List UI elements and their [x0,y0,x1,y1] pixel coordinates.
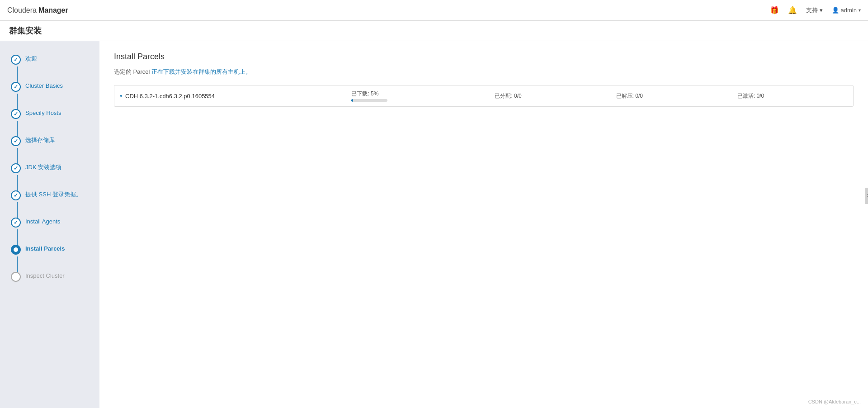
sidebar-item-welcome[interactable]: ✓ 欢迎 [0,50,99,77]
step-circle-jdk-install: ✓ [11,163,21,173]
sidebar-label-jdk-install: JDK 安装选项 [25,162,61,171]
sidebar-label-install-agents: Install Agents [25,217,60,226]
parcel-distribute-cell: 已分配: 0/0 [489,88,610,104]
description-text: 选定的 Parcel 正在下载并安装在群集的所有主机上。 [114,68,854,76]
feedback-tab[interactable]: Feedback [865,188,868,204]
sidebar-item-inspect-cluster[interactable]: Inspect Cluster [0,267,99,294]
sidebar-item-install-parcels[interactable]: Install Parcels [0,240,99,267]
parcel-name: CDH 6.3.2-1.cdh6.3.2.p0.1605554 [125,93,215,100]
brand-manager: Manager [38,6,68,14]
content-inner: Install Parcels 选定的 Parcel 正在下载并安装在群集的所有… [99,41,868,118]
step-circle-install-parcels [11,245,21,255]
checkmark-icon: ✓ [14,84,18,90]
sidebar-item-cluster-basics[interactable]: ✓ Cluster Basics [0,77,99,104]
parcel-download-cell: 已下载: 5% [346,85,489,106]
checkmark-icon: ✓ [14,138,18,144]
brand: Cloudera Manager [7,6,68,14]
bell-icon[interactable]: 🔔 [788,6,797,14]
sidebar-item-install-agents[interactable]: ✓ Install Agents [0,213,99,240]
step-circle-ssh-credentials: ✓ [11,190,21,200]
brand-cloudera: Cloudera [7,6,37,14]
expand-arrow-icon[interactable]: ▾ [120,93,123,99]
active-dot-icon [14,247,18,252]
step-circle-cluster-basics: ✓ [11,82,21,92]
distribute-label: 已分配: 0/0 [495,93,521,99]
parcel-extract-cell: 已解压: 0/0 [611,88,732,104]
step-circle-install-agents: ✓ [11,218,21,228]
checkmark-icon: ✓ [14,219,18,226]
step-circle-select-repo: ✓ [11,136,21,146]
download-progress: 已下载: 5% [351,90,484,102]
gift-icon[interactable]: 🎁 [770,6,779,14]
sidebar-label-specify-hosts: Specify Hosts [25,108,61,117]
checkmark-icon: ✓ [14,192,18,199]
step-circle-welcome: ✓ [11,55,21,65]
activate-label: 已激活: 0/0 [737,93,764,99]
sidebar-label-ssh-credentials: 提供 SSH 登录凭据。 [25,190,82,199]
page-title: 群集安装 [9,26,42,35]
sidebar-label-cluster-basics: Cluster Basics [25,81,63,90]
sidebar-item-ssh-credentials[interactable]: ✓ 提供 SSH 登录凭据。 [0,186,99,213]
page-title-bar: 群集安装 [0,21,868,41]
sidebar-label-install-parcels: Install Parcels [25,244,65,253]
sidebar: ✓ 欢迎 ✓ Cluster Basics ✓ Specify Hosts ✓ … [0,41,99,408]
navbar: Cloudera Manager 🎁 🔔 支持 ▾ 👤 admin ▾ [0,0,868,21]
progress-bar-bg [351,99,387,102]
user-icon: 👤 [832,7,839,14]
download-label: 已下载: 5% [351,90,484,98]
sidebar-item-specify-hosts[interactable]: ✓ Specify Hosts [0,104,99,132]
progress-bar-fill [351,99,353,102]
checkmark-icon: ✓ [14,57,18,63]
parcel-activate-cell: 已激活: 0/0 [732,88,853,104]
main-layout: ✓ 欢迎 ✓ Cluster Basics ✓ Specify Hosts ✓ … [0,41,868,408]
section-title: Install Parcels [114,52,854,62]
sidebar-label-welcome: 欢迎 [25,54,37,63]
sidebar-label-select-repo: 选择存储库 [25,135,55,144]
watermark: CSDN @Aldebaran_c... [808,399,861,404]
content-area: Install Parcels 选定的 Parcel 正在下载并安装在群集的所有… [99,41,868,408]
step-circle-specify-hosts: ✓ [11,109,21,119]
parcel-row: ▾ CDH 6.3.2-1.cdh6.3.2.p0.1605554 已下载: 5… [114,85,853,106]
sidebar-item-select-repo[interactable]: ✓ 选择存储库 [0,132,99,159]
sidebar-label-inspect-cluster: Inspect Cluster [25,271,65,280]
sidebar-item-jdk-install[interactable]: ✓ JDK 安装选项 [0,159,99,186]
step-circle-inspect-cluster [11,272,21,282]
parcel-table: ▾ CDH 6.3.2-1.cdh6.3.2.p0.1605554 已下载: 5… [114,85,854,107]
description-highlight: 正在下载并安装在群集的所有主机上。 [151,68,251,75]
extract-label: 已解压: 0/0 [616,93,643,99]
admin-menu[interactable]: 👤 admin ▾ [832,7,861,14]
navbar-right: 🎁 🔔 支持 ▾ 👤 admin ▾ [770,6,861,14]
parcel-name-cell: ▾ CDH 6.3.2-1.cdh6.3.2.p0.1605554 [114,88,346,104]
support-menu[interactable]: 支持 ▾ [806,6,823,14]
checkmark-icon: ✓ [14,111,18,117]
checkmark-icon: ✓ [14,165,18,171]
